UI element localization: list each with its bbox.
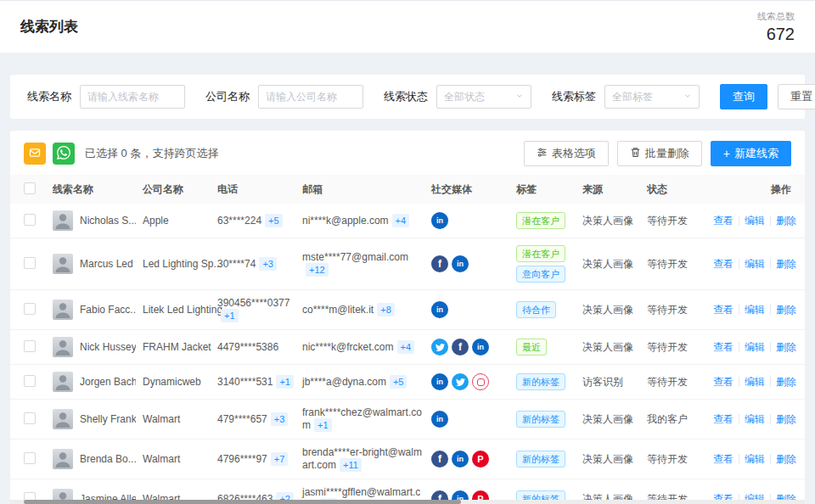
- table-options-button[interactable]: 表格选项: [524, 141, 609, 166]
- tag-badge: 新的标签: [516, 451, 565, 468]
- company-name: Walmart: [143, 413, 217, 425]
- row-checkbox[interactable]: [24, 452, 36, 464]
- email-extra-badge[interactable]: +12: [306, 263, 329, 277]
- linkedin-icon[interactable]: in: [431, 212, 448, 229]
- row-checkbox[interactable]: [24, 214, 36, 226]
- twitter-icon[interactable]: [431, 339, 448, 356]
- action-delete-link[interactable]: 删除: [776, 303, 796, 317]
- social-media-cell: fin: [431, 339, 516, 356]
- row-checkbox[interactable]: [24, 257, 36, 269]
- phone-cell: 63****224+5: [217, 214, 302, 227]
- linkedin-icon[interactable]: in: [472, 339, 489, 356]
- lead-cell: Shelly Franks: [53, 409, 143, 429]
- action-delete-link[interactable]: 删除: [776, 257, 796, 272]
- instagram-icon[interactable]: [472, 373, 489, 390]
- horizontal-scrollbar-track[interactable]: [10, 500, 805, 504]
- phone-value: 4479****5386: [217, 341, 278, 353]
- action-edit-link[interactable]: 编辑: [745, 340, 765, 355]
- company-name: Walmart: [143, 453, 217, 465]
- social-media-cell: finP: [431, 451, 516, 468]
- phone-extra-badge[interactable]: +1: [221, 309, 239, 322]
- tag-badge: 新的标签: [516, 411, 565, 428]
- tags-cell: 潜在客户意向客户: [516, 245, 582, 283]
- email-cell: brenda****er-bright@walmart.com+11: [302, 446, 431, 472]
- social-media-cell: in: [431, 301, 516, 318]
- lead-status-select[interactable]: 全部状态: [436, 85, 531, 109]
- action-delete-link[interactable]: 删除: [776, 452, 796, 467]
- phone-extra-badge[interactable]: +1: [276, 375, 294, 389]
- email-extra-badge[interactable]: +11: [340, 458, 362, 472]
- action-edit-link[interactable]: 编辑: [745, 214, 765, 228]
- email-extra-badge[interactable]: +5: [390, 375, 408, 389]
- tags-cell: 新的标签: [516, 451, 582, 468]
- lead-name-input[interactable]: [80, 85, 185, 109]
- facebook-icon[interactable]: f: [431, 451, 448, 468]
- email-extra-badge[interactable]: +4: [392, 214, 410, 227]
- action-edit-link[interactable]: 编辑: [745, 303, 765, 317]
- selection-status: 已选择 0 条，支持跨页选择: [85, 146, 218, 161]
- reset-button[interactable]: 重置: [778, 84, 815, 109]
- linkedin-icon[interactable]: in: [431, 411, 448, 428]
- row-checkbox[interactable]: [24, 412, 36, 424]
- avatar: [53, 210, 73, 231]
- action-delete-link[interactable]: 删除: [776, 214, 796, 228]
- phone-cell: 30****74+3: [217, 257, 302, 271]
- facebook-icon[interactable]: f: [431, 255, 448, 272]
- email-extra-badge[interactable]: +8: [377, 303, 395, 316]
- social-media-cell: in: [431, 212, 516, 229]
- action-delete-link[interactable]: 删除: [776, 375, 796, 389]
- horizontal-scrollbar-thumb[interactable]: [24, 500, 461, 504]
- action-edit-link[interactable]: 编辑: [745, 375, 765, 389]
- email-extra-badge[interactable]: +4: [397, 340, 415, 354]
- email-cell: ni****k@apple.com+4: [302, 214, 431, 227]
- linkedin-icon[interactable]: in: [431, 301, 448, 318]
- lead-cell: Brenda Bo...: [53, 449, 143, 469]
- facebook-icon[interactable]: f: [452, 339, 469, 356]
- status-text: 等待开发: [647, 303, 713, 317]
- lead-tag-select[interactable]: 全部标签: [604, 85, 700, 109]
- page-header: 线索列表 线索总数 672: [0, 0, 815, 53]
- table-row: Marcus LedLed Lighting Sp...30****74+3ms…: [10, 238, 805, 290]
- action-view-link[interactable]: 查看: [713, 452, 734, 467]
- action-delete-link[interactable]: 删除: [776, 412, 796, 427]
- action-edit-link[interactable]: 编辑: [745, 412, 765, 427]
- action-view-link[interactable]: 查看: [713, 340, 734, 355]
- send-email-button[interactable]: [24, 143, 46, 165]
- company-name-input[interactable]: [258, 85, 363, 109]
- send-whatsapp-button[interactable]: [53, 143, 75, 165]
- action-view-link[interactable]: 查看: [713, 303, 734, 317]
- action-separator: [770, 342, 771, 352]
- phone-extra-badge[interactable]: +3: [271, 412, 289, 426]
- phone-extra-badge[interactable]: +3: [259, 257, 277, 271]
- table-row: Brenda Bo...Walmart4796****97+7brenda***…: [10, 440, 805, 479]
- company-name: Litek Led Lighting: [143, 304, 217, 316]
- row-checkbox[interactable]: [24, 303, 36, 315]
- twitter-icon[interactable]: [452, 373, 469, 390]
- action-view-link[interactable]: 查看: [713, 375, 734, 389]
- linkedin-icon[interactable]: in: [452, 255, 469, 272]
- action-edit-link[interactable]: 编辑: [745, 257, 765, 272]
- email-extra-badge[interactable]: +1: [314, 418, 332, 432]
- phone-cell: 4796****97+7: [217, 452, 302, 466]
- linkedin-icon[interactable]: in: [431, 373, 448, 390]
- table-row: Nicholas S...Apple63****224+5ni****k@app…: [10, 204, 805, 238]
- pinterest-icon[interactable]: P: [472, 451, 489, 468]
- search-button[interactable]: 查询: [720, 84, 767, 109]
- leads-total-label: 线索总数: [757, 10, 795, 23]
- phone-extra-badge[interactable]: +7: [271, 452, 289, 466]
- action-delete-link[interactable]: 删除: [776, 340, 796, 355]
- action-edit-link[interactable]: 编辑: [745, 452, 765, 467]
- action-separator: [770, 454, 771, 464]
- new-lead-button[interactable]: + 新建线索: [711, 141, 791, 166]
- action-view-link[interactable]: 查看: [713, 412, 734, 427]
- action-view-link[interactable]: 查看: [713, 214, 734, 228]
- action-view-link[interactable]: 查看: [713, 257, 734, 272]
- row-checkbox[interactable]: [24, 375, 36, 387]
- source-text: 决策人画像: [582, 452, 647, 467]
- table-row: Shelly FranksWalmart479****657+3frank***…: [10, 400, 805, 440]
- row-checkbox[interactable]: [24, 340, 36, 352]
- phone-extra-badge[interactable]: +5: [265, 214, 283, 227]
- linkedin-icon[interactable]: in: [452, 451, 469, 468]
- bulk-delete-button[interactable]: 批量删除: [617, 141, 702, 166]
- select-all-checkbox[interactable]: [24, 182, 36, 194]
